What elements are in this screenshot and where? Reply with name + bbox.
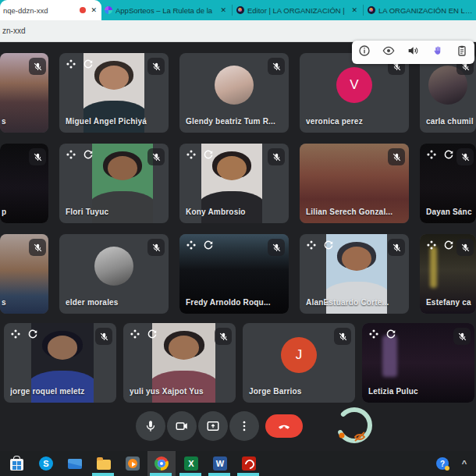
extension-move-icon[interactable] (66, 59, 76, 69)
mic-off-icon (29, 148, 46, 165)
participant-name: Kony Ambrosio (186, 208, 246, 216)
camera-button[interactable] (167, 411, 197, 441)
participant-tile[interactable]: Estefany ca (420, 234, 476, 314)
taskbar-mail-icon[interactable] (66, 455, 83, 472)
tab-title: AppSorteos – La Ruleta de la (115, 6, 215, 15)
extension-refresh-icon[interactable] (27, 329, 38, 339)
participant-tile[interactable]: s (0, 234, 48, 314)
participant-tile[interactable]: Glendy beatriz Tum R... (179, 53, 289, 133)
mic-button[interactable] (136, 411, 165, 441)
clipboard-icon[interactable] (456, 44, 468, 60)
mic-off-icon (268, 239, 285, 256)
mic-off-icon (388, 148, 405, 165)
extension-move-icon[interactable] (426, 240, 437, 250)
tab-title: nqe-ddzn-xxd (3, 6, 76, 15)
tab-meet[interactable]: nqe-ddzn-xxd ✕ (0, 0, 101, 20)
tab-genially-view[interactable]: LA ORGANIZACIÓN EN LAS (364, 0, 476, 20)
participant-tile[interactable]: Lilian Serech Gonzal... (300, 144, 409, 223)
end-call-button[interactable] (265, 414, 303, 438)
participant-name: yuli yus Xajpot Yus (130, 387, 204, 396)
participant-tile[interactable]: elder morales (59, 234, 169, 314)
extension-refresh-icon[interactable] (323, 240, 334, 250)
extension-refresh-icon[interactable] (147, 329, 158, 339)
extension-move-icon[interactable] (66, 149, 76, 160)
timer-gauge-widget[interactable] (334, 406, 376, 446)
mic-off-icon (29, 239, 46, 256)
participant-tile[interactable]: carla chumil (420, 53, 476, 133)
tab-close-icon[interactable]: ✕ (350, 6, 359, 14)
screen: nqe-ddzn-xxd ✕ AppSorteos – La Ruleta de… (0, 0, 476, 476)
eye-icon[interactable] (382, 44, 395, 60)
tab-genially-editor[interactable]: Editor | LA ORGANIZACIÓN | ✕ (233, 0, 362, 20)
taskbar-acrobat-icon[interactable] (240, 455, 258, 472)
extension-move-icon[interactable] (368, 329, 379, 339)
video-figure (217, 156, 247, 180)
taskbar-excel-icon[interactable]: X (183, 455, 200, 472)
extension-move-icon[interactable] (130, 329, 140, 339)
avatar (215, 66, 254, 105)
extension-refresh-icon[interactable] (83, 149, 94, 160)
video-highlight (430, 247, 437, 288)
taskbar-store-icon[interactable] (8, 455, 25, 472)
tab-appsorteos[interactable]: AppSorteos – La Ruleta de la ✕ (101, 0, 231, 20)
video-figure (169, 336, 199, 360)
mic-off-icon (456, 239, 474, 256)
extension-refresh-icon[interactable] (203, 149, 214, 160)
extension-move-icon[interactable] (186, 240, 197, 250)
avatar: V (336, 67, 372, 103)
extension-refresh-icon[interactable] (83, 59, 94, 69)
participant-tile[interactable]: s (0, 53, 48, 133)
present-screen-button[interactable] (198, 411, 228, 441)
word-glyph: W (213, 456, 227, 471)
participant-tile[interactable]: AlanEstuardo Corte... (300, 234, 409, 314)
tray-help-icon[interactable]: ? (434, 455, 451, 472)
tab-close-icon[interactable]: ✕ (89, 6, 98, 14)
extension-refresh-icon[interactable] (443, 240, 454, 250)
tab-title: Editor | LA ORGANIZACIÓN | (247, 6, 346, 15)
taskbar-word-icon[interactable]: W (211, 455, 229, 472)
participant-tile[interactable]: yuli yus Xajpot Yus (123, 323, 236, 403)
file-explorer-glyph (97, 460, 111, 470)
participant-tile[interactable]: JJorge Barrios (243, 323, 355, 403)
info-icon[interactable] (358, 44, 371, 60)
participant-tile[interactable]: Flori Tuyuc (59, 144, 169, 223)
avatar: J (281, 337, 317, 373)
participant-tile[interactable]: Dayan Sánc (420, 144, 476, 223)
participant-tile[interactable]: Miguel Ángel Pichiyá (59, 53, 169, 133)
mic-off-icon (29, 58, 46, 75)
tab-close-icon[interactable]: ✕ (218, 6, 228, 14)
extension-move-icon[interactable] (10, 329, 21, 339)
extension-refresh-icon[interactable] (443, 149, 454, 160)
participant-name: p (2, 208, 6, 216)
mic-off-icon (334, 328, 351, 345)
tray-chevron-up-icon[interactable]: ^ (456, 455, 473, 472)
address-bar[interactable]: zn-xxd (0, 20, 476, 42)
extension-refresh-icon[interactable] (385, 329, 396, 339)
extension-refresh-icon[interactable] (203, 240, 214, 250)
extension-move-icon[interactable] (306, 240, 317, 250)
participant-tile[interactable]: p (0, 144, 48, 223)
participant-tile[interactable]: Fredy Arnoldo Roqu... (179, 234, 289, 314)
help-glyph: ? (436, 457, 449, 470)
tab-separator (363, 5, 364, 16)
acrobat-glyph (242, 456, 256, 471)
participant-tile[interactable]: jorge roquel meletz (4, 323, 116, 403)
video-figure (48, 336, 78, 360)
taskbar-chrome-icon[interactable] (153, 455, 170, 472)
running-app-indicator (179, 473, 201, 476)
participant-name: s (2, 117, 6, 126)
taskbar-movies-icon[interactable] (124, 455, 141, 472)
running-app-indicator (237, 473, 259, 476)
taskbar-skype-icon[interactable]: S (37, 455, 55, 472)
speaker-icon[interactable] (407, 44, 419, 60)
taskbar-file-explorer-icon[interactable] (95, 455, 112, 472)
more-options-button[interactable] (229, 411, 259, 441)
participant-name: jorge roquel meletz (10, 387, 85, 396)
genially-icon (368, 6, 375, 14)
extension-move-icon[interactable] (426, 149, 437, 160)
extension-move-icon[interactable] (186, 149, 197, 160)
participant-tile[interactable]: Vveronica perez (300, 53, 409, 133)
raised-hand-icon[interactable] (432, 44, 444, 60)
participant-tile[interactable]: Letizia Puluc (362, 323, 474, 403)
participant-tile[interactable]: Kony Ambrosio (179, 144, 289, 223)
